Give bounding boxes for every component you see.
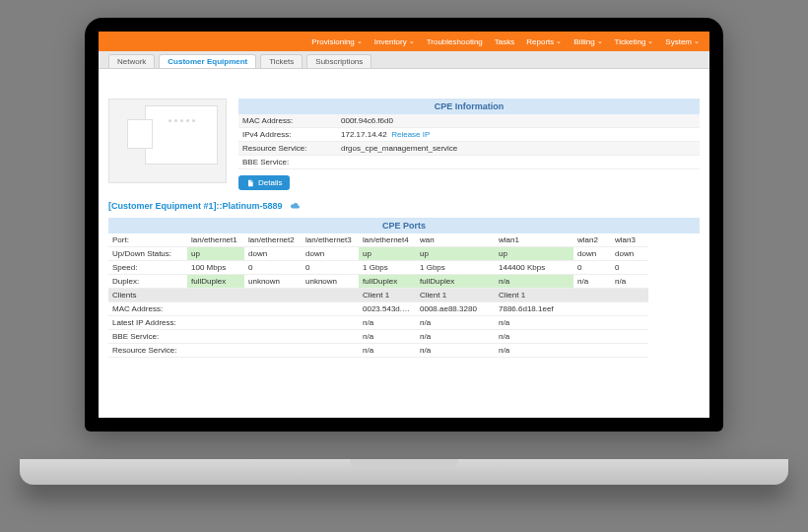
ports-cell — [244, 316, 302, 330]
ports-cell: n/a — [495, 344, 573, 358]
ports-cell: 0023.543d.79c1 — [359, 302, 416, 316]
ports-cell: 1 Gbps — [359, 261, 416, 275]
content-area: CPE Information MAC Address:000f.94c6.f6… — [99, 69, 709, 358]
equipment-title-link[interactable]: [Customer Equipment #1]::Platinum-5889 — [108, 201, 283, 211]
nav-item-ticketing[interactable]: Ticketing⌄ — [615, 37, 654, 46]
laptop-base — [20, 459, 788, 485]
tab-subscriptions[interactable]: Subscriptions — [306, 54, 371, 68]
ports-cell: down — [611, 247, 648, 261]
cpe-info-header: CPE Information — [238, 99, 700, 114]
ports-cell: 0 — [244, 261, 302, 275]
ports-cell — [611, 316, 648, 330]
ports-cell — [573, 302, 611, 316]
ports-cell — [611, 344, 648, 358]
nav-item-billing[interactable]: Billing⌄ — [573, 37, 602, 46]
chevron-down-icon: ⌄ — [409, 37, 415, 45]
nav-item-tasks[interactable]: Tasks — [495, 37, 514, 46]
nav-item-label: Inventory — [374, 37, 407, 46]
ports-cell: n/a — [416, 316, 495, 330]
ports-cell — [244, 302, 302, 316]
tab-customer-equipment[interactable]: Customer Equipment — [159, 54, 256, 68]
device-row: CPE Information MAC Address:000f.94c6.f6… — [108, 99, 700, 190]
ports-cell: n/a — [495, 316, 573, 330]
ipv4-value: 172.17.14.42 — [341, 130, 387, 139]
ports-cell: Client 1 — [416, 289, 495, 302]
bbe-service-value — [337, 156, 700, 168]
ports-cell — [187, 316, 244, 330]
cloud-download-icon[interactable] — [289, 200, 301, 212]
ipv4-label: IPv4 Address: — [238, 128, 337, 141]
tab-tickets[interactable]: Tickets — [260, 54, 303, 68]
resource-service-label: Resource Service: — [238, 142, 337, 155]
ports-cell: up — [495, 247, 573, 261]
ports-cell — [302, 316, 359, 330]
laptop-frame: Provisioning⌄Inventory⌄TroubleshootingTa… — [85, 18, 723, 451]
chevron-down-icon: ⌄ — [647, 37, 653, 45]
chevron-down-icon: ⌄ — [597, 37, 603, 45]
ports-cell: n/a — [495, 275, 573, 289]
ports-cell: 7886.6d18.1eef — [495, 302, 573, 316]
ports-cell: Client 1 — [359, 289, 416, 302]
ports-row-bbe: BBE Service: — [108, 330, 187, 344]
ports-cell — [244, 289, 302, 302]
cpe-info-panel: CPE Information MAC Address:000f.94c6.f6… — [238, 99, 700, 190]
resource-service-value: drgos_cpe_management_service — [337, 142, 700, 155]
tab-network[interactable]: Network — [108, 54, 155, 68]
ports-cell — [573, 289, 611, 302]
ports-cell: down — [573, 247, 611, 261]
nav-item-label: System — [665, 37, 692, 46]
ports-cell: up — [359, 247, 416, 261]
ports-row-speed: Speed: — [108, 261, 187, 275]
ports-cell — [244, 344, 302, 358]
ports-cell: fullDuplex — [359, 275, 416, 289]
ports-cell: Client 1 — [495, 289, 573, 302]
ports-row-clients: Clients — [108, 289, 187, 302]
mac-label: MAC Address: — [238, 114, 337, 127]
ports-row-mac: MAC Address: — [108, 302, 187, 316]
nav-item-reports[interactable]: Reports⌄ — [526, 37, 562, 46]
ports-row-status: Up/Down Status: — [108, 247, 187, 261]
ports-row-port: Port: — [108, 233, 187, 247]
screen-bezel: Provisioning⌄Inventory⌄TroubleshootingTa… — [85, 18, 723, 432]
details-button[interactable]: Details — [238, 175, 290, 190]
ports-cell: 0 — [611, 261, 648, 275]
ports-cell: lan/ethernet3 — [302, 233, 359, 247]
ports-cell: fullDuplex — [187, 275, 244, 289]
ports-cell: 1 Gbps — [416, 261, 495, 275]
ports-cell — [611, 330, 648, 344]
nav-item-troubleshooting[interactable]: Troubleshooting — [427, 37, 483, 46]
release-ip-link[interactable]: Release IP — [391, 130, 430, 139]
ports-cell: 100 Mbps — [187, 261, 244, 275]
tabs-row: NetworkCustomer EquipmentTicketsSubscrip… — [99, 51, 709, 69]
top-nav: Provisioning⌄Inventory⌄TroubleshootingTa… — [99, 32, 709, 51]
ports-cell: n/a — [495, 330, 573, 344]
ports-cell: lan/ethernet2 — [244, 233, 302, 247]
nav-item-inventory[interactable]: Inventory⌄ — [374, 37, 415, 46]
ports-cell — [302, 302, 359, 316]
ports-cell: wan — [416, 233, 495, 247]
ports-cell: up — [416, 247, 495, 261]
nav-item-provisioning[interactable]: Provisioning⌄ — [311, 37, 363, 46]
chevron-down-icon: ⌄ — [694, 37, 700, 45]
nav-item-label: Provisioning — [311, 37, 355, 46]
ports-cell — [302, 330, 359, 344]
ports-cell: n/a — [573, 275, 611, 289]
ports-cell: 0 — [573, 261, 611, 275]
ports-cell: n/a — [359, 316, 416, 330]
ports-row-resource: Resource Service: — [108, 344, 187, 358]
nav-item-system[interactable]: System⌄ — [665, 37, 700, 46]
ports-cell: unknown — [302, 275, 359, 289]
ports-cell: unknown — [244, 275, 302, 289]
ports-cell: n/a — [611, 275, 648, 289]
ports-row-latest-ip: Latest IP Address: — [108, 316, 187, 330]
equipment-title-row: [Customer Equipment #1]::Platinum-5889 — [108, 200, 700, 212]
document-icon — [246, 179, 254, 187]
ports-cell: 0008.ae88.3280 — [416, 302, 495, 316]
ports-cell: lan/ethernet4 — [359, 233, 416, 247]
ports-cell — [244, 330, 302, 344]
nav-item-label: Tasks — [495, 37, 514, 46]
chevron-down-icon: ⌄ — [556, 37, 562, 45]
ports-cell — [187, 330, 244, 344]
ports-cell: n/a — [416, 330, 495, 344]
ports-cell — [573, 330, 611, 344]
